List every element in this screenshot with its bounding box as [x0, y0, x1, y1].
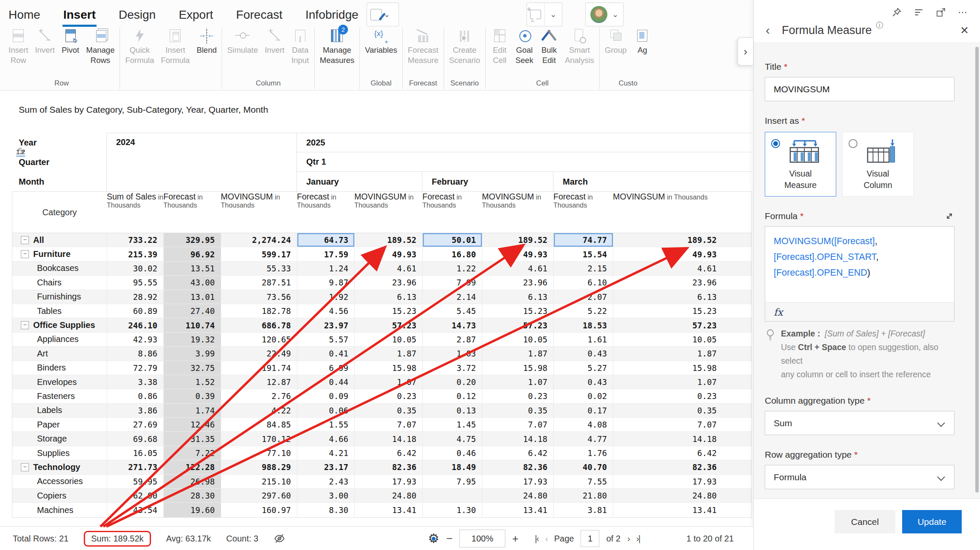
- month-january-cell[interactable]: January: [296, 172, 422, 191]
- pivot-cell[interactable]: 40.70: [553, 460, 613, 474]
- pivot-cell[interactable]: 14.18: [354, 432, 422, 445]
- pivot-cell[interactable]: 43.54: [107, 503, 163, 517]
- pivot-cell[interactable]: 6.13: [613, 290, 752, 304]
- year-2024-cell[interactable]: 2024: [106, 133, 296, 191]
- ribbon-tab[interactable]: Infobridge: [305, 6, 359, 23]
- pivot-cell[interactable]: [422, 489, 482, 502]
- column-header[interactable]: fx MOVINGSUM in Thousands: [354, 192, 422, 233]
- column-header[interactable]: Sum of Sales in Thousands: [107, 192, 163, 233]
- pivot-cell[interactable]: 1.87: [482, 347, 553, 360]
- pivot-cell[interactable]: 1.55: [297, 418, 354, 431]
- expand-formula-icon[interactable]: [944, 211, 954, 221]
- pivot-cell[interactable]: 5.45: [422, 304, 482, 318]
- pivot-cell[interactable]: 191.74: [221, 361, 297, 375]
- pivot-cell[interactable]: 1.24: [297, 262, 354, 275]
- add-comment-button[interactable]: ⌄: [527, 3, 562, 26]
- pivot-cell[interactable]: 3.38: [107, 375, 163, 389]
- row-label[interactable]: Paper: [12, 418, 107, 431]
- pivot-cell[interactable]: 8.30: [297, 503, 354, 517]
- info-icon[interactable]: ⓘ: [876, 20, 883, 30]
- row-agg-select[interactable]: Formula: [765, 465, 954, 489]
- pivot-cell[interactable]: 31.35: [163, 432, 221, 445]
- column-header[interactable]: 1.2 Forecast in Thousands: [297, 192, 354, 233]
- pivot-cell[interactable]: 12.87: [221, 375, 297, 389]
- pivot-cell[interactable]: 23.96: [482, 276, 553, 289]
- pivot-cell[interactable]: 122.28: [163, 460, 221, 474]
- pivot-cell[interactable]: 13.01: [163, 290, 221, 304]
- pin-icon[interactable]: [892, 7, 902, 17]
- pivot-cell[interactable]: 27.69: [107, 418, 163, 431]
- pivot-cell[interactable]: 0.23: [354, 389, 422, 403]
- pivot-cell[interactable]: 49.93: [482, 247, 553, 261]
- pivot-cell[interactable]: 1.76: [553, 446, 613, 460]
- pivot-cell[interactable]: 215.10: [221, 475, 297, 488]
- pivot-cell[interactable]: 49.93: [613, 247, 752, 261]
- pivot-cell[interactable]: 2.76: [221, 389, 297, 403]
- ribbon-button[interactable]: Insert Formula⌄: [157, 27, 193, 79]
- pivot-cell[interactable]: 24.80: [354, 489, 422, 502]
- pivot-cell[interactable]: 0.06: [297, 404, 354, 417]
- ribbon-button[interactable]: Manage Rows⌄: [83, 27, 118, 79]
- category-column-header[interactable]: Category: [12, 192, 107, 233]
- pivot-cell[interactable]: 30.02: [107, 262, 163, 275]
- more-options-icon[interactable]: ⋯: [958, 7, 967, 18]
- pivot-cell[interactable]: 1.30: [422, 503, 482, 517]
- row-label[interactable]: Furnishings: [12, 290, 107, 304]
- pivot-cell[interactable]: 1.52: [163, 375, 221, 389]
- pivot-cell[interactable]: 988.29: [221, 460, 297, 474]
- pivot-cell[interactable]: 5.57: [297, 333, 354, 346]
- zoom-out-button[interactable]: −: [446, 532, 453, 545]
- pivot-cell[interactable]: 189.52: [482, 233, 553, 247]
- pivot-cell[interactable]: 4.66: [297, 432, 354, 445]
- ribbon-overflow-button[interactable]: ›: [738, 37, 753, 66]
- pivot-cell[interactable]: 0.43: [553, 375, 613, 389]
- row-label[interactable]: Bookcases: [12, 262, 107, 275]
- pivot-cell[interactable]: 297.60: [221, 489, 297, 502]
- row-label[interactable]: Furniture: [12, 247, 107, 261]
- pivot-cell[interactable]: 9.87: [297, 276, 354, 289]
- column-header[interactable]: 1.2 Forecast in Thousands: [553, 192, 613, 233]
- pivot-cell[interactable]: 4.77: [553, 432, 613, 445]
- pivot-cell[interactable]: 57.23: [482, 318, 553, 332]
- pivot-cell[interactable]: 74.77: [553, 233, 613, 247]
- pivot-cell[interactable]: 6.10: [553, 276, 613, 289]
- prev-page-button[interactable]: ‹: [545, 533, 547, 544]
- pivot-cell[interactable]: 0.46: [422, 446, 482, 460]
- pivot-cell[interactable]: 59.95: [107, 475, 163, 488]
- pivot-cell[interactable]: 4.08: [553, 418, 613, 431]
- row-label[interactable]: Storage: [12, 432, 107, 445]
- pivot-cell[interactable]: 1.87: [613, 347, 752, 360]
- pivot-cell[interactable]: 0.35: [354, 404, 422, 417]
- pivot-cell[interactable]: 19.32: [163, 333, 221, 346]
- row-label[interactable]: Fasteners: [12, 389, 107, 403]
- pivot-cell[interactable]: 0.44: [297, 375, 354, 389]
- ribbon-button[interactable]: Group ⌄: [601, 27, 630, 79]
- pivot-cell[interactable]: 43.00: [163, 276, 221, 289]
- pivot-cell[interactable]: 7.99: [422, 276, 482, 289]
- pivot-cell[interactable]: 3.86: [107, 404, 163, 417]
- next-page-button[interactable]: ›: [627, 533, 630, 544]
- pivot-cell[interactable]: 0.09: [297, 389, 354, 403]
- ribbon-button[interactable]: Simulate ⌄: [224, 27, 261, 79]
- pivot-cell[interactable]: 15.98: [613, 361, 752, 375]
- ribbon-button[interactable]: Invert ⌄: [31, 27, 58, 79]
- pivot-cell[interactable]: 4.75: [422, 432, 482, 445]
- row-label[interactable]: Machines: [12, 503, 107, 517]
- ribbon-tab[interactable]: Design: [118, 6, 157, 23]
- pivot-cell[interactable]: 17.93: [613, 475, 752, 488]
- ribbon-button[interactable]: Goal Seek⌄: [512, 27, 537, 79]
- visual-column-option[interactable]: Visual Column: [842, 132, 914, 197]
- ribbon-button[interactable]: 2 Manage Measures⌄: [316, 27, 358, 79]
- pivot-cell[interactable]: 15.23: [613, 304, 752, 318]
- column-agg-select[interactable]: Sum: [765, 411, 954, 435]
- pivot-cell[interactable]: 0.43: [553, 347, 613, 360]
- ribbon-button[interactable]: Edit Cell⌄: [487, 27, 512, 79]
- pivot-cell[interactable]: 4.61: [613, 262, 752, 275]
- pivot-cell[interactable]: 0.02: [553, 389, 613, 403]
- pivot-cell[interactable]: 15.23: [354, 304, 422, 318]
- row-label[interactable]: Office Supplies: [12, 318, 107, 332]
- pivot-cell[interactable]: 13.51: [163, 262, 221, 275]
- pivot-cell[interactable]: 189.52: [613, 233, 752, 247]
- pivot-cell[interactable]: 16.80: [422, 247, 482, 261]
- pivot-cell[interactable]: 182.78: [221, 304, 297, 318]
